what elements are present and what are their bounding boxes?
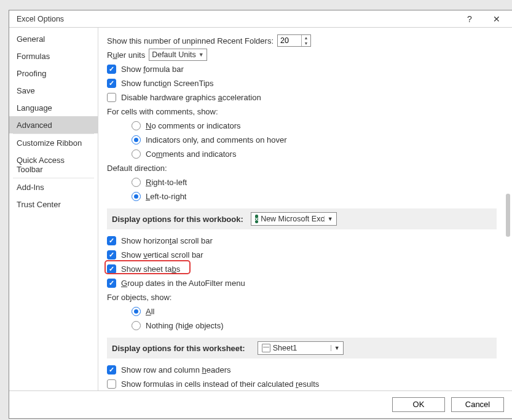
sidebar-item-language[interactable]: Language <box>9 99 98 116</box>
show-formula-bar-checkbox[interactable]: ✓ <box>107 65 116 74</box>
direction-ltr-radio[interactable] <box>132 192 141 201</box>
group-dates-checkbox[interactable]: ✓ <box>107 279 116 288</box>
sidebar-item-customize-ribbon[interactable]: Customize Ribbon <box>9 134 98 151</box>
chevron-down-icon: ▼ <box>324 216 336 222</box>
options-sidebar: GeneralFormulasProofingSaveLanguageAdvan… <box>9 28 98 390</box>
h-scroll-checkbox[interactable]: ✓ <box>107 236 116 245</box>
ok-button[interactable]: OK <box>392 397 445 412</box>
comments-none-radio[interactable] <box>132 121 141 130</box>
formulas-row: Show formulas in cells instead of their … <box>107 378 497 390</box>
worksheet-section-header: Display options for this worksheet: Shee… <box>107 338 497 359</box>
close-button[interactable]: ✕ <box>483 14 510 24</box>
spinner-arrows[interactable]: ▲▼ <box>301 35 310 46</box>
comments-both-row: Comments and indicators <box>107 148 497 160</box>
h-scroll-row: ✓ Show horizontal scroll bar <box>107 234 497 247</box>
chevron-down-icon: ▼ <box>331 345 343 351</box>
sidebar-item-save[interactable]: Save <box>9 82 98 99</box>
disable-hw-checkbox[interactable] <box>107 93 116 102</box>
chevron-down-icon: ▼ <box>199 52 204 58</box>
sidebar-item-proofing[interactable]: Proofing <box>9 65 98 82</box>
dialog-title: Excel Options <box>17 15 456 23</box>
sidebar-item-add-ins[interactable]: Add-Ins <box>9 178 98 196</box>
v-scroll-row: ✓ Show vertical scroll bar <box>107 248 497 261</box>
objects-nothing-radio[interactable] <box>132 321 141 330</box>
objects-nothing-row: Nothing (hide objects) <box>107 319 497 331</box>
worksheet-dropdown[interactable]: Sheet1 ▼ <box>258 341 344 355</box>
comments-indicators-row: Indicators only, and comments on hover <box>107 133 497 146</box>
ruler-units-row: Ruler units Default Units ▼ <box>107 49 497 61</box>
sidebar-item-formulas[interactable]: Formulas <box>9 47 98 65</box>
scrollbar-thumb[interactable] <box>506 194 510 237</box>
cancel-button[interactable]: Cancel <box>451 397 504 412</box>
disable-hw-row: Disable hardware graphics acceleration <box>107 91 497 103</box>
show-formula-bar-row: ✓ Show formula bar <box>107 63 497 75</box>
excel-icon: X <box>255 215 258 223</box>
comments-label: For cells with comments, show: <box>107 105 497 117</box>
show-screentips-checkbox[interactable]: ✓ <box>107 79 116 88</box>
help-button[interactable]: ? <box>456 14 483 24</box>
comments-indicators-radio[interactable] <box>132 135 141 145</box>
workbook-section-header: Display options for this workbook: XNew … <box>107 208 497 229</box>
comments-both-radio[interactable] <box>132 149 141 159</box>
objects-all-row: All <box>107 305 497 317</box>
recent-folders-spinner[interactable]: ▲▼ <box>277 34 311 47</box>
sidebar-item-quick-access-toolbar[interactable]: Quick Access Toolbar <box>9 151 98 178</box>
objects-all-radio[interactable] <box>132 307 141 316</box>
sheet-tabs-checkbox[interactable]: ✓ <box>107 264 116 274</box>
workbook-dropdown[interactable]: XNew Microsoft Exc... ▼ <box>251 212 337 226</box>
sidebar-item-general[interactable]: General <box>9 30 98 47</box>
dialog-footer: OK Cancel <box>9 391 512 418</box>
direction-label: Default direction: <box>107 162 497 174</box>
recent-folders-input[interactable] <box>278 35 301 46</box>
headers-checkbox[interactable]: ✓ <box>107 365 116 374</box>
v-scroll-checkbox[interactable]: ✓ <box>107 250 116 260</box>
options-content[interactable]: Show this number of unpinned Recent Fold… <box>98 28 512 390</box>
excel-options-dialog: Excel Options ? ✕ GeneralFormulasProofin… <box>9 10 512 419</box>
sheet-icon <box>262 344 270 352</box>
sheet-tabs-row: ✓ Show sheet tabs <box>107 263 497 275</box>
direction-rtl-radio[interactable] <box>132 178 141 187</box>
ruler-units-dropdown[interactable]: Default Units ▼ <box>149 49 207 61</box>
objects-label: For objects, show: <box>107 291 497 303</box>
headers-row: ✓ Show row and column headers <box>107 363 497 376</box>
titlebar: Excel Options ? ✕ <box>9 10 512 28</box>
group-dates-row: ✓ Group dates in the AutoFilter menu <box>107 277 497 289</box>
direction-rtl-row: Right-to-left <box>107 176 497 188</box>
direction-ltr-row: Left-to-right <box>107 190 497 202</box>
formulas-checkbox[interactable] <box>107 379 116 389</box>
show-screentips-row: ✓ Show function ScreenTips <box>107 77 497 89</box>
comments-none-row: No comments or indicators <box>107 119 497 132</box>
sidebar-item-trust-center[interactable]: Trust Center <box>9 196 98 213</box>
recent-folders-row: Show this number of unpinned Recent Fold… <box>107 34 497 47</box>
sidebar-item-advanced[interactable]: Advanced <box>9 116 98 133</box>
